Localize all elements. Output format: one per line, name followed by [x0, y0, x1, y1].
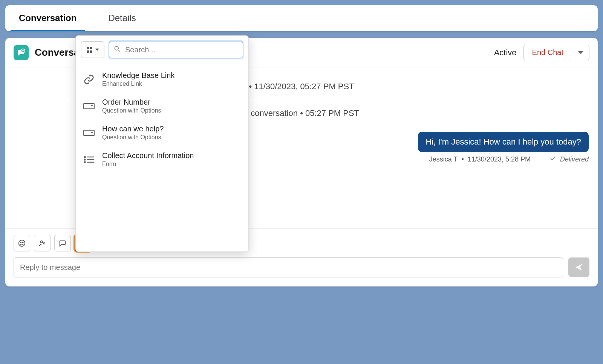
- end-chat-button[interactable]: End Chat: [523, 45, 572, 60]
- popover-item-order-number[interactable]: Order Number Question with Options: [81, 93, 243, 119]
- chevron-down-icon: [95, 49, 99, 51]
- message-author: Jessica T: [429, 155, 458, 163]
- reply-row: [14, 257, 589, 277]
- svg-point-4: [40, 241, 43, 243]
- svg-point-2: [20, 242, 21, 243]
- popover-item-title: Collect Account Information: [102, 151, 194, 160]
- dropdown-field-icon: [83, 129, 95, 137]
- delivered-label: Delivered: [560, 155, 589, 163]
- popover-item-text: Order Number Question with Options: [102, 98, 161, 114]
- popover-item-subtitle: Question with Options: [102, 107, 161, 114]
- reply-input[interactable]: [14, 257, 563, 277]
- popover-item-title: Knowledge Base Link: [102, 71, 174, 80]
- link-icon: [83, 74, 95, 85]
- popover-item-subtitle: Question with Options: [102, 134, 164, 141]
- send-button[interactable]: [568, 257, 589, 277]
- tabs-row: Conversation Details: [14, 11, 589, 31]
- components-popover: Knowledge Base Link Enhanced Link Order …: [75, 35, 249, 252]
- popover-item-knowledge-base-link[interactable]: Knowledge Base Link Enhanced Link: [81, 66, 243, 93]
- form-icon: [83, 155, 95, 164]
- search-icon: [113, 45, 121, 54]
- svg-point-1: [19, 240, 25, 247]
- transfer-icon: [38, 239, 46, 247]
- svg-rect-6: [84, 104, 94, 109]
- check-icon: [549, 155, 556, 164]
- tabs-card: Conversation Details: [5, 5, 598, 31]
- svg-point-12: [84, 161, 86, 163]
- popover-toolbar: [81, 41, 243, 58]
- end-chat-group: End Chat: [523, 45, 589, 60]
- message-time: 11/30/2023, 5:28 PM: [468, 155, 531, 163]
- status-text: Active: [494, 48, 517, 58]
- grid-icon: [87, 47, 92, 53]
- chat-icon: [58, 239, 67, 247]
- dropdown-field-icon: [83, 102, 95, 110]
- popover-item-text: Collect Account Information Form: [102, 151, 194, 168]
- emoji-icon: [18, 239, 26, 247]
- quick-text-button[interactable]: [54, 235, 71, 251]
- header-right: Active End Chat: [494, 45, 589, 60]
- popover-item-text: How can we help? Question with Options: [102, 125, 164, 141]
- emoji-button[interactable]: [14, 235, 30, 251]
- svg-rect-7: [84, 130, 94, 136]
- search-input[interactable]: [109, 41, 243, 58]
- category-filter-button[interactable]: [81, 41, 104, 58]
- send-icon: [574, 263, 583, 272]
- tab-details[interactable]: Details: [104, 11, 140, 31]
- chevron-down-icon: [578, 51, 583, 54]
- end-chat-dropdown[interactable]: [572, 45, 589, 60]
- svg-point-3: [23, 242, 23, 243]
- svg-point-10: [84, 159, 86, 160]
- popover-item-text: Knowledge Base Link Enhanced Link: [102, 71, 174, 87]
- popover-item-how-can-we-help[interactable]: How can we help? Question with Options: [81, 119, 243, 146]
- popover-item-collect-account-info[interactable]: Collect Account Information Form: [81, 146, 243, 173]
- transfer-button[interactable]: [34, 235, 51, 251]
- popover-item-subtitle: Form: [102, 161, 194, 168]
- popover-item-title: Order Number: [102, 98, 161, 107]
- popover-item-title: How can we help?: [102, 125, 164, 133]
- svg-point-8: [84, 156, 86, 157]
- search-wrap: [109, 41, 243, 58]
- meta-separator: •: [462, 155, 464, 163]
- message-bubble: Hi, I'm Jessica! How can I help you toda…: [418, 132, 589, 152]
- conversation-icon: [14, 45, 29, 60]
- tab-conversation[interactable]: Conversation: [14, 11, 81, 31]
- popover-item-subtitle: Enhanced Link: [102, 81, 174, 87]
- svg-point-5: [115, 46, 118, 50]
